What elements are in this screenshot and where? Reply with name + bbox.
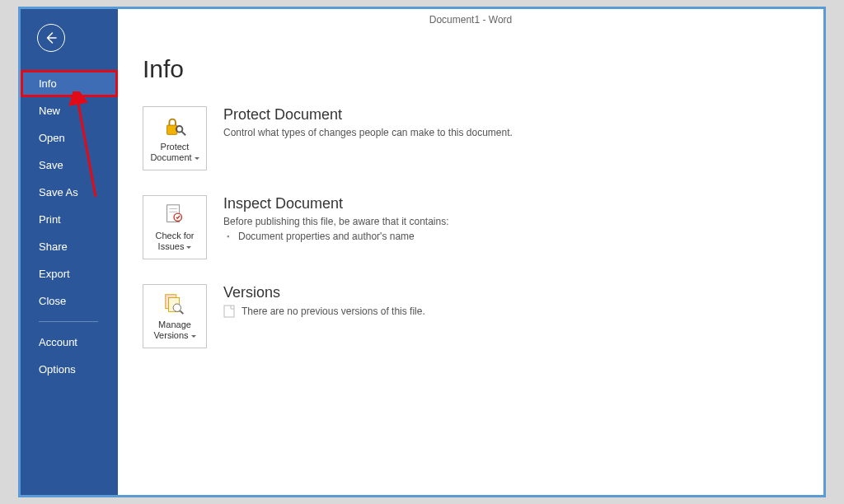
- sidebar-item-label: Close: [39, 295, 66, 307]
- back-arrow-icon: [44, 30, 59, 45]
- sidebar-item-label: Save As: [39, 186, 78, 198]
- check-for-issues-button[interactable]: Check for Issues: [143, 195, 207, 259]
- sidebar-item-label: Export: [39, 268, 70, 280]
- sidebar-item-label: Options: [39, 363, 76, 376]
- tile-label: Manage Versions: [153, 320, 195, 340]
- sidebar-item-label: New: [39, 105, 60, 117]
- section-desc: Before publishing this file, be aware th…: [223, 216, 449, 227]
- sidebar-item-account[interactable]: Account: [21, 329, 118, 356]
- sidebar-item-new[interactable]: New: [21, 97, 118, 124]
- section-inspect: Check for Issues Inspect Document Before…: [143, 195, 799, 259]
- sidebar-item-open[interactable]: Open: [21, 124, 118, 152]
- tile-label: Check for Issues: [155, 231, 194, 251]
- sidebar-item-save[interactable]: Save: [21, 152, 118, 179]
- section-protect: Protect Document Protect Document Contro…: [143, 106, 799, 170]
- sidebar-item-close[interactable]: Close: [21, 287, 118, 315]
- section-text: Inspect Document Before publishing this …: [223, 195, 449, 242]
- document-icon: [223, 305, 235, 318]
- word-backstage-window: ‹ kompiwin ‹ kompiwin ‹ kompiwin ‹ kompi…: [18, 7, 826, 497]
- sidebar-item-info[interactable]: Info: [21, 70, 118, 97]
- section-title: Protect Document: [223, 106, 513, 124]
- inspect-bullet: Document properties and author's name: [223, 231, 449, 242]
- manage-versions-button[interactable]: Manage Versions: [143, 284, 207, 348]
- svg-point-8: [173, 304, 181, 311]
- sidebar-item-print[interactable]: Print: [21, 206, 118, 233]
- sidebar-divider: [39, 321, 98, 322]
- inspect-bullets: Document properties and author's name: [223, 231, 449, 242]
- section-title: Versions: [223, 284, 425, 301]
- section-versions: Manage Versions Versions There are no pr…: [143, 284, 799, 348]
- backstage-main: Document1 - Word Info Protect Document P…: [118, 9, 823, 495]
- sidebar-item-save-as[interactable]: Save As: [21, 179, 118, 206]
- versions-line: There are no previous versions of this f…: [223, 305, 425, 318]
- versions-desc: There are no previous versions of this f…: [241, 306, 425, 317]
- backstage-sidebar: Info New Open Save Save As Print Share E…: [21, 9, 118, 495]
- section-text: Protect Document Control what types of c…: [223, 106, 513, 138]
- sidebar-item-label: Open: [39, 132, 65, 144]
- sidebar-item-label: Info: [39, 77, 57, 90]
- page-title: Info: [143, 55, 799, 83]
- lock-key-icon: [162, 114, 187, 138]
- svg-rect-0: [167, 125, 177, 134]
- protect-document-button[interactable]: Protect Document: [143, 106, 207, 170]
- manage-versions-icon: [162, 292, 187, 316]
- sidebar-item-label: Share: [39, 240, 68, 253]
- svg-rect-9: [224, 306, 234, 317]
- tile-label: Protect Document: [150, 142, 199, 162]
- sidebar-item-label: Print: [39, 213, 61, 226]
- inspect-document-icon: [162, 203, 187, 227]
- section-text: Versions There are no previous versions …: [223, 284, 425, 318]
- back-button[interactable]: [37, 24, 65, 52]
- sidebar-item-options[interactable]: Options: [21, 356, 118, 383]
- window-title: Document1 - Word: [118, 14, 823, 26]
- sidebar-item-share[interactable]: Share: [21, 233, 118, 260]
- section-title: Inspect Document: [223, 195, 449, 212]
- sidebar-item-label: Save: [39, 159, 63, 171]
- section-desc: Control what types of changes people can…: [223, 127, 513, 138]
- sidebar-item-label: Account: [39, 336, 77, 348]
- sidebar-item-export[interactable]: Export: [21, 260, 118, 287]
